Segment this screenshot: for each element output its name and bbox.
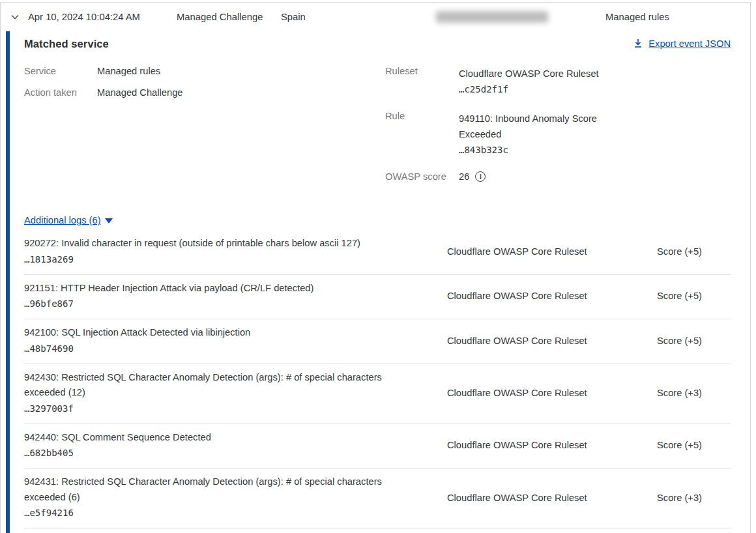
ruleset-id-hash: …c25d2f1f	[459, 84, 508, 94]
owasp-score-value: 26	[459, 171, 469, 182]
log-rule-id-hash: …682bb405	[24, 445, 423, 461]
field-label: Service	[24, 66, 97, 76]
field-action-taken: Action taken Managed Challenge	[24, 87, 385, 98]
log-row: 921151: HTTP Header Injection Attack via…	[24, 275, 731, 320]
field-label: Ruleset	[385, 66, 459, 97]
field-rule: Rule 949110: Inbound Anomaly Score Excee…	[385, 111, 615, 158]
chevron-down-icon	[10, 12, 20, 22]
field-service: Service Managed rules	[24, 66, 385, 76]
log-score: Score (+3)	[657, 388, 702, 398]
info-icon[interactable]: i	[475, 171, 486, 182]
log-rule-id-hash: …e5f94216	[24, 505, 423, 521]
caret-down-icon	[105, 218, 113, 223]
log-rule-description: 942431: Restricted SQL Character Anomaly…	[24, 474, 423, 505]
log-ruleset-name: Cloudflare OWASP Core Ruleset	[447, 291, 657, 301]
additional-logs-toggle[interactable]: Additional logs (6)	[24, 215, 731, 225]
event-detail-panel: Matched service Export event JSON Servic…	[6, 31, 750, 533]
export-event-json-link[interactable]: Export event JSON	[648, 38, 731, 49]
rule-name: 949110: Inbound Anomaly Score Exceeded	[459, 113, 597, 139]
rule-id-hash: …843b323c	[459, 145, 508, 155]
log-rule-id-hash: …1813a269	[24, 252, 423, 267]
panel-title: Matched service	[24, 38, 109, 50]
field-label: OWASP score	[385, 171, 459, 182]
log-ruleset-name: Cloudflare OWASP Core Ruleset	[447, 388, 657, 398]
log-row: 942431: Restricted SQL Character Anomaly…	[24, 468, 731, 528]
log-row: 942430: Restricted SQL Character Anomaly…	[24, 364, 731, 424]
event-country: Spain	[281, 12, 436, 22]
download-icon	[633, 38, 643, 49]
log-score: Score (+5)	[657, 246, 702, 257]
field-ruleset: Ruleset Cloudflare OWASP Core Ruleset …c…	[385, 66, 615, 97]
log-rule-description: 920272: Invalid character in request (ou…	[24, 236, 423, 252]
log-rule-id-hash: …3297003f	[24, 401, 423, 416]
event-timestamp: Apr 10, 2024 10:04:24 AM	[28, 12, 177, 22]
log-rule-description: 942100: SQL Injection Attack Detected vi…	[24, 325, 423, 341]
log-score: Score (+5)	[657, 336, 702, 346]
log-ruleset-name: Cloudflare OWASP Core Ruleset	[447, 336, 657, 346]
log-row: 942100: SQL Injection Attack Detected vi…	[24, 319, 731, 364]
log-rule-id-hash: …48b74690	[24, 341, 423, 356]
field-label: Action taken	[24, 87, 97, 98]
event-row-header[interactable]: Apr 10, 2024 10:04:24 AM Managed Challen…	[1, 3, 750, 31]
export-event-json[interactable]: Export event JSON	[633, 38, 731, 49]
event-service: Managed rules	[605, 12, 669, 22]
log-rule-description: 942440: SQL Comment Sequence Detected	[24, 430, 423, 446]
log-rule-description: 921151: HTTP Header Injection Attack via…	[24, 281, 423, 296]
field-value: Managed Challenge	[97, 87, 182, 98]
log-score: Score (+3)	[657, 493, 702, 503]
matched-service-fields: Service Managed rules Action taken Manag…	[24, 66, 731, 195]
additional-logs-link[interactable]: Additional logs (6)	[24, 215, 101, 225]
log-score: Score (+5)	[657, 291, 702, 301]
redacted-host-text	[436, 11, 548, 23]
field-label: Rule	[385, 111, 459, 158]
log-ruleset-name: Cloudflare OWASP Core Ruleset	[447, 493, 657, 503]
ruleset-name: Cloudflare OWASP Core Ruleset	[459, 68, 599, 79]
log-row: 920272: Invalid character in request (ou…	[24, 230, 731, 275]
field-owasp-score: OWASP score 26 i	[385, 171, 615, 182]
log-rule-id-hash: …96bfe867	[24, 296, 423, 311]
log-ruleset-name: Cloudflare OWASP Core Ruleset	[447, 440, 657, 450]
log-ruleset-name: Cloudflare OWASP Core Ruleset	[447, 246, 657, 257]
collapse-row-button[interactable]	[10, 12, 28, 22]
field-value: Managed rules	[97, 66, 160, 76]
log-row: 942440: SQL Comment Sequence Detected …6…	[24, 424, 731, 469]
firewall-events-table: Apr 10, 2024 10:04:24 AM Managed Challen…	[0, 2, 751, 533]
log-score: Score (+5)	[657, 440, 702, 450]
event-action: Managed Challenge	[177, 12, 281, 22]
additional-logs-list: 920272: Invalid character in request (ou…	[24, 230, 731, 528]
log-rule-description: 942430: Restricted SQL Character Anomaly…	[24, 370, 423, 401]
